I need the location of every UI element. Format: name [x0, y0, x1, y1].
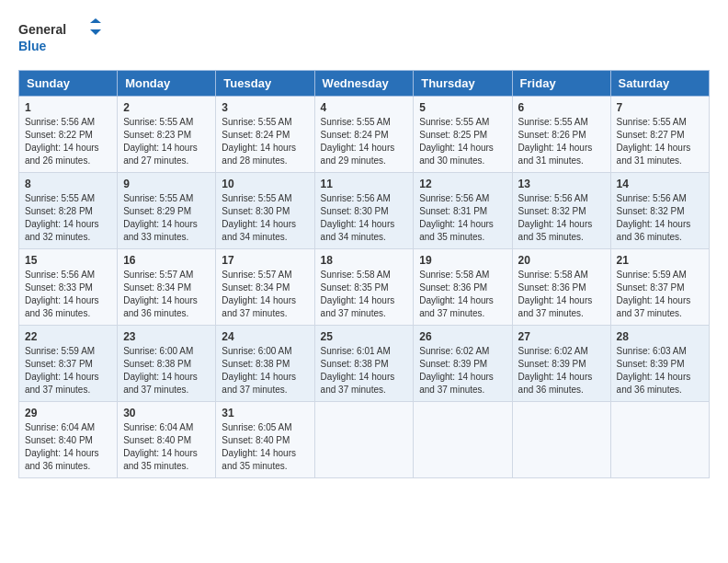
cell-info: Sunrise: 5:56 AMSunset: 8:32 PMDaylight:…: [617, 193, 691, 242]
cell-info: Sunrise: 5:56 AMSunset: 8:22 PMDaylight:…: [25, 117, 99, 166]
day-number: 15: [25, 254, 111, 267]
calendar-header-row: SundayMondayTuesdayWednesdayThursdayFrid…: [19, 70, 710, 96]
calendar-cell: [512, 401, 610, 477]
cell-info: Sunrise: 5:55 AMSunset: 8:23 PMDaylight:…: [123, 117, 198, 166]
header: General Blue: [18, 18, 710, 61]
calendar-cell: 31 Sunrise: 6:05 AMSunset: 8:40 PMDaylig…: [216, 401, 314, 477]
cell-info: Sunrise: 5:59 AMSunset: 8:37 PMDaylight:…: [25, 346, 99, 395]
calendar-cell: 5 Sunrise: 5:55 AMSunset: 8:25 PMDayligh…: [414, 96, 512, 172]
calendar-cell: 6 Sunrise: 5:55 AMSunset: 8:26 PMDayligh…: [512, 96, 610, 172]
day-number: 28: [617, 330, 703, 343]
calendar-cell: 1 Sunrise: 5:56 AMSunset: 8:22 PMDayligh…: [19, 96, 118, 172]
cell-info: Sunrise: 5:57 AMSunset: 8:34 PMDaylight:…: [123, 270, 198, 318]
header-day-sunday: Sunday: [19, 70, 118, 96]
day-number: 20: [518, 254, 605, 267]
day-number: 7: [617, 101, 703, 114]
calendar-cell: 7 Sunrise: 5:55 AMSunset: 8:27 PMDayligh…: [610, 96, 709, 172]
calendar-cell: 3 Sunrise: 5:55 AMSunset: 8:24 PMDayligh…: [216, 96, 314, 172]
calendar-week-row: 1 Sunrise: 5:56 AMSunset: 8:22 PMDayligh…: [19, 96, 710, 172]
calendar-cell: 30 Sunrise: 6:04 AMSunset: 8:40 PMDaylig…: [118, 401, 216, 477]
day-number: 9: [123, 178, 210, 190]
day-number: 13: [518, 178, 605, 190]
day-number: 2: [123, 101, 210, 114]
day-number: 16: [123, 254, 210, 267]
day-number: 3: [222, 101, 308, 114]
day-number: 1: [25, 101, 111, 114]
cell-info: Sunrise: 5:56 AMSunset: 8:30 PMDaylight:…: [321, 193, 395, 242]
cell-info: Sunrise: 5:58 AMSunset: 8:36 PMDaylight:…: [518, 270, 593, 318]
day-number: 5: [419, 101, 506, 114]
calendar-cell: [414, 401, 512, 477]
calendar-cell: 12 Sunrise: 5:56 AMSunset: 8:31 PMDaylig…: [414, 172, 512, 248]
calendar-week-row: 22 Sunrise: 5:59 AMSunset: 8:37 PMDaylig…: [19, 325, 710, 401]
calendar-cell: 8 Sunrise: 5:55 AMSunset: 8:28 PMDayligh…: [19, 172, 118, 248]
cell-info: Sunrise: 6:05 AMSunset: 8:40 PMDaylight:…: [222, 422, 296, 471]
cell-info: Sunrise: 5:55 AMSunset: 8:27 PMDaylight:…: [617, 117, 691, 166]
header-day-saturday: Saturday: [610, 70, 709, 96]
cell-info: Sunrise: 5:55 AMSunset: 8:29 PMDaylight:…: [123, 193, 198, 242]
calendar-cell: 24 Sunrise: 6:00 AMSunset: 8:38 PMDaylig…: [216, 325, 314, 401]
cell-info: Sunrise: 5:55 AMSunset: 8:30 PMDaylight:…: [222, 193, 296, 242]
calendar-cell: 29 Sunrise: 6:04 AMSunset: 8:40 PMDaylig…: [19, 401, 118, 477]
day-number: 8: [25, 178, 111, 190]
cell-info: Sunrise: 5:56 AMSunset: 8:33 PMDaylight:…: [25, 270, 99, 318]
cell-info: Sunrise: 6:00 AMSunset: 8:38 PMDaylight:…: [123, 346, 198, 395]
cell-info: Sunrise: 5:55 AMSunset: 8:26 PMDaylight:…: [518, 117, 593, 166]
logo-svg: General Blue: [18, 18, 101, 57]
day-number: 25: [321, 330, 408, 343]
calendar-cell: 15 Sunrise: 5:56 AMSunset: 8:33 PMDaylig…: [19, 248, 118, 325]
cell-info: Sunrise: 5:58 AMSunset: 8:36 PMDaylight:…: [419, 270, 494, 318]
calendar-cell: 9 Sunrise: 5:55 AMSunset: 8:29 PMDayligh…: [118, 172, 216, 248]
calendar-cell: [610, 401, 709, 477]
logo-text: General Blue: [18, 18, 101, 61]
day-number: 22: [25, 330, 111, 343]
cell-info: Sunrise: 6:04 AMSunset: 8:40 PMDaylight:…: [123, 422, 198, 471]
calendar-week-row: 29 Sunrise: 6:04 AMSunset: 8:40 PMDaylig…: [19, 401, 710, 477]
cell-info: Sunrise: 6:03 AMSunset: 8:39 PMDaylight:…: [617, 346, 691, 395]
calendar-cell: 14 Sunrise: 5:56 AMSunset: 8:32 PMDaylig…: [610, 172, 709, 248]
day-number: 29: [25, 407, 111, 419]
calendar-cell: 23 Sunrise: 6:00 AMSunset: 8:38 PMDaylig…: [118, 325, 216, 401]
calendar-cell: 16 Sunrise: 5:57 AMSunset: 8:34 PMDaylig…: [118, 248, 216, 325]
svg-text:Blue: Blue: [18, 39, 47, 53]
calendar-cell: 10 Sunrise: 5:55 AMSunset: 8:30 PMDaylig…: [216, 172, 314, 248]
calendar-cell: 25 Sunrise: 6:01 AMSunset: 8:38 PMDaylig…: [314, 325, 414, 401]
calendar-cell: 28 Sunrise: 6:03 AMSunset: 8:39 PMDaylig…: [610, 325, 709, 401]
day-number: 18: [321, 254, 408, 267]
cell-info: Sunrise: 5:58 AMSunset: 8:35 PMDaylight:…: [321, 270, 395, 318]
cell-info: Sunrise: 6:01 AMSunset: 8:38 PMDaylight:…: [321, 346, 395, 395]
header-day-thursday: Thursday: [414, 70, 512, 96]
calendar-week-row: 15 Sunrise: 5:56 AMSunset: 8:33 PMDaylig…: [19, 248, 710, 325]
header-day-friday: Friday: [512, 70, 610, 96]
cell-info: Sunrise: 5:56 AMSunset: 8:31 PMDaylight:…: [419, 193, 494, 242]
cell-info: Sunrise: 5:56 AMSunset: 8:32 PMDaylight:…: [518, 193, 593, 242]
calendar-cell: 21 Sunrise: 5:59 AMSunset: 8:37 PMDaylig…: [610, 248, 709, 325]
cell-info: Sunrise: 6:02 AMSunset: 8:39 PMDaylight:…: [419, 346, 494, 395]
day-number: 31: [222, 407, 308, 419]
calendar-cell: 11 Sunrise: 5:56 AMSunset: 8:30 PMDaylig…: [314, 172, 414, 248]
day-number: 21: [617, 254, 703, 267]
calendar-cell: 17 Sunrise: 5:57 AMSunset: 8:34 PMDaylig…: [216, 248, 314, 325]
day-number: 27: [518, 330, 605, 343]
cell-info: Sunrise: 5:59 AMSunset: 8:37 PMDaylight:…: [617, 270, 691, 318]
header-day-tuesday: Tuesday: [216, 70, 314, 96]
day-number: 4: [321, 101, 408, 114]
cell-info: Sunrise: 6:00 AMSunset: 8:38 PMDaylight:…: [222, 346, 296, 395]
day-number: 6: [518, 101, 605, 114]
calendar: SundayMondayTuesdayWednesdayThursdayFrid…: [18, 70, 710, 478]
calendar-cell: 2 Sunrise: 5:55 AMSunset: 8:23 PMDayligh…: [118, 96, 216, 172]
cell-info: Sunrise: 5:55 AMSunset: 8:24 PMDaylight:…: [321, 117, 395, 166]
cell-info: Sunrise: 6:02 AMSunset: 8:39 PMDaylight:…: [518, 346, 593, 395]
calendar-cell: 19 Sunrise: 5:58 AMSunset: 8:36 PMDaylig…: [414, 248, 512, 325]
cell-info: Sunrise: 6:04 AMSunset: 8:40 PMDaylight:…: [25, 422, 99, 471]
day-number: 12: [419, 178, 506, 190]
day-number: 19: [419, 254, 506, 267]
cell-info: Sunrise: 5:55 AMSunset: 8:28 PMDaylight:…: [25, 193, 99, 242]
day-number: 17: [222, 254, 308, 267]
day-number: 14: [617, 178, 703, 190]
day-number: 26: [419, 330, 506, 343]
day-number: 11: [321, 178, 408, 190]
cell-info: Sunrise: 5:55 AMSunset: 8:24 PMDaylight:…: [222, 117, 296, 166]
header-day-wednesday: Wednesday: [314, 70, 414, 96]
calendar-cell: 27 Sunrise: 6:02 AMSunset: 8:39 PMDaylig…: [512, 325, 610, 401]
